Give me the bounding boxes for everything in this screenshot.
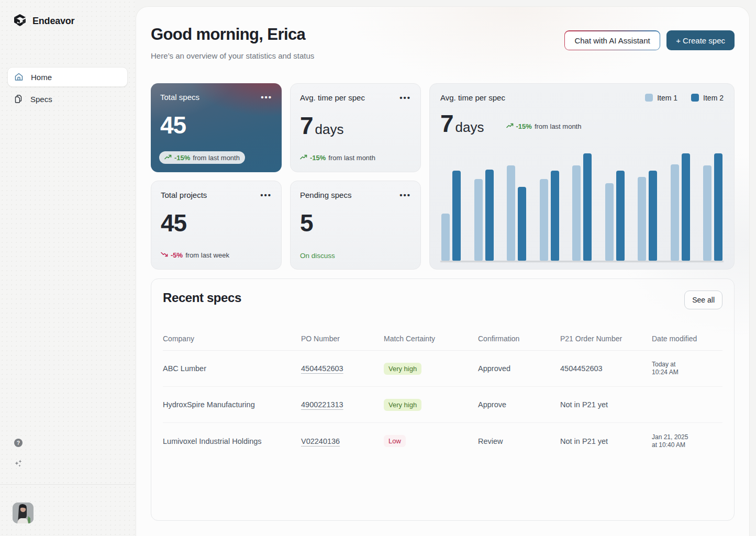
table-row[interactable]: Lumivoxel Industrial HoldingsV02240136Lo… (163, 423, 722, 459)
delta-label: from last month (328, 154, 375, 162)
table-row[interactable]: HydroxSpire Manufacturing4900221313Very … (163, 387, 722, 423)
chart-card: Avg. time per spec Item 1 Item 2 7 days (429, 83, 735, 270)
column-header-p21-order-number: P21 Order Number (560, 334, 652, 343)
bar-group (671, 153, 690, 261)
ellipsis-icon[interactable]: ••• (260, 193, 272, 197)
cell-date-modified: Today at10:24 AM (652, 361, 722, 376)
stat-card-total-projects: Total projects ••• 45 -5% from last week (151, 181, 282, 270)
table-row[interactable]: ABC Lumber4504452603Very highApproved450… (163, 351, 722, 387)
cell-match-certainty: Very high (384, 363, 478, 375)
bar-item-2 (518, 187, 526, 261)
bar-chart (440, 136, 724, 262)
chart-value: 7 (440, 111, 453, 136)
bar-group (638, 153, 657, 261)
delta-row: -5% from last week (161, 250, 229, 260)
cell-po-number: 4900221313 (301, 400, 384, 409)
delta-badge: -15% from last month (159, 151, 245, 164)
delta-value: -15% (516, 123, 532, 130)
see-all-button[interactable]: See all (684, 291, 722, 309)
stat-value: 7 (300, 114, 313, 138)
bar-item-2 (649, 171, 657, 261)
bar-item-1 (540, 179, 548, 261)
bar-item-1 (671, 164, 679, 261)
ellipsis-icon[interactable]: ••• (399, 96, 411, 100)
sidebar-item-specs[interactable]: Specs (7, 89, 128, 109)
ellipsis-icon[interactable]: ••• (399, 193, 411, 197)
cell-company: HydroxSpire Manufacturing (163, 400, 301, 409)
cell-p21-order-number: 4504452603 (560, 364, 652, 373)
create-spec-button[interactable]: + Create spec (666, 30, 735, 50)
legend-item-1: Item 1 (645, 94, 677, 102)
cell-date-modified: Jan 21, 2025at 10:40 AM (652, 433, 722, 449)
column-header-company: Company (163, 334, 301, 343)
legend-swatch-item1 (645, 94, 653, 102)
bar-item-1 (638, 177, 646, 261)
bar-item-1 (605, 183, 614, 261)
bar-item-1 (572, 165, 581, 261)
user-avatar[interactable] (13, 502, 34, 523)
bar-chart-bars (440, 153, 724, 261)
chat-ai-button[interactable]: Chat with AI Assistant (564, 30, 660, 50)
ai-sparkles-icon[interactable] (14, 459, 23, 468)
po-number-link[interactable]: V02240136 (301, 437, 340, 445)
page-header: Good morning, Erica Here’s an overview o… (151, 25, 735, 60)
delta-value: -5% (171, 251, 183, 259)
stat-value: 45 (161, 211, 272, 235)
dashboard-top: Total specs ••• 45 -15% from last month (151, 83, 735, 270)
svg-text:?: ? (17, 440, 20, 446)
cell-p21-order-number: Not in P21 yet (560, 437, 652, 445)
delta-label: from last month (535, 123, 582, 130)
bar-item-2 (551, 171, 559, 261)
column-header-po-number: PO Number (301, 334, 384, 343)
sidebar-tools: ? (0, 438, 135, 468)
trend-up-icon (164, 153, 172, 162)
chat-ai-button-label: Chat with AI Assistant (565, 31, 659, 50)
home-icon (14, 72, 24, 82)
cell-p21-order-number: Not in P21 yet (560, 400, 652, 409)
brand: Endeavor (0, 0, 135, 34)
column-header-date-modified: Date modified (652, 334, 722, 343)
bar-item-2 (682, 153, 690, 261)
bar-item-2 (583, 153, 592, 261)
stat-card-title: Pending specs (300, 191, 351, 199)
chart-title: Avg. time per spec (440, 93, 505, 102)
sidebar-item-label: Home (31, 73, 52, 82)
cell-confirmation: Approve (478, 400, 560, 409)
cell-confirmation: Review (478, 437, 560, 445)
cell-po-number: V02240136 (301, 437, 384, 445)
stats-grid: Total specs ••• 45 -15% from last month (151, 83, 421, 270)
trend-down-icon (161, 250, 168, 260)
help-question-icon[interactable]: ? (14, 438, 23, 448)
delta-label: from last week (185, 251, 229, 259)
sidebar-item-label: Specs (30, 95, 52, 104)
trend-up-icon (506, 122, 514, 130)
chart-baseline (440, 261, 724, 262)
bar-item-2 (485, 170, 494, 261)
match-certainty-badge: Low (384, 435, 406, 447)
bar-item-1 (507, 165, 515, 261)
sidebar-item-home[interactable]: Home (7, 67, 128, 87)
cell-po-number: 4504452603 (301, 364, 384, 373)
bar-item-2 (616, 171, 625, 261)
po-number-link[interactable]: 4504452603 (301, 364, 343, 373)
delta-row: -15% from last month (300, 153, 375, 162)
status-text: On discuss (300, 252, 335, 260)
stat-card-title: Avg. time per spec (300, 93, 365, 102)
po-number-link[interactable]: 4900221313 (301, 400, 343, 409)
bar-item-2 (714, 153, 722, 261)
sidebar-user (0, 485, 135, 536)
chart-legend: Item 1 Item 2 (645, 94, 724, 102)
bar-group (605, 153, 625, 261)
stat-value: 5 (300, 211, 411, 235)
trend-up-icon (300, 153, 307, 162)
delta-value: -15% (310, 154, 326, 162)
stat-card-avg-time: Avg. time per spec ••• 7 days -15% from … (290, 83, 421, 172)
ellipsis-icon[interactable]: ••• (261, 95, 272, 99)
stat-card-title: Total specs (160, 93, 199, 102)
page-subtitle: Here’s an overview of your statistics an… (151, 51, 314, 60)
bar-group (572, 153, 592, 261)
match-certainty-badge: Very high (384, 363, 421, 375)
endeavor-logo-icon (13, 14, 27, 28)
cell-match-certainty: Low (384, 435, 478, 447)
stat-card-title: Total projects (161, 191, 207, 199)
